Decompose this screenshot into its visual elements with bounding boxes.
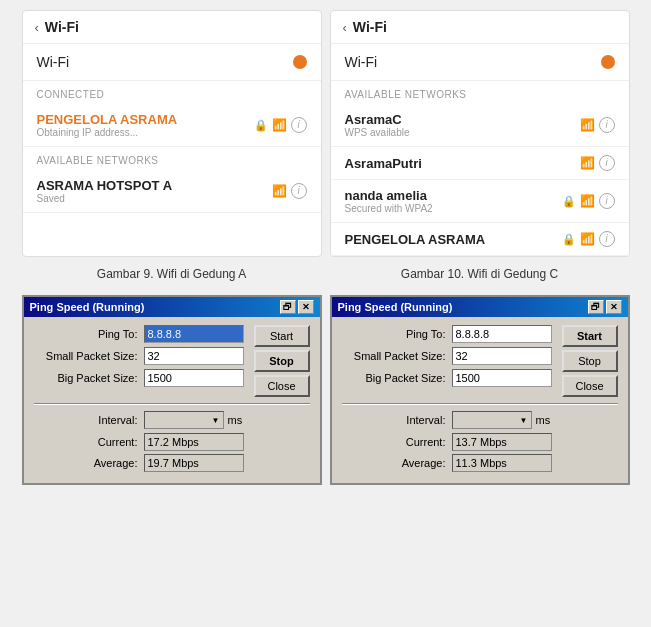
net-icons-asramac: 📶 i: [580, 117, 615, 133]
wifi-toggle-row-2[interactable]: Wi-Fi: [331, 44, 629, 81]
ping-to-row-2: Ping To:: [342, 325, 556, 343]
connected-net-icons: 🔒 📶 i: [254, 117, 307, 133]
ping-window-1: Ping Speed (Running) 🗗 ✕ Ping To: Small …: [22, 295, 322, 485]
stop-button-2[interactable]: Stop: [562, 350, 618, 372]
net-name-1: ASRAMA HOTSPOT A: [37, 178, 173, 193]
interval-select-1[interactable]: ▼: [144, 411, 224, 429]
restore-button-1[interactable]: 🗗: [280, 300, 296, 314]
current-label-1: Current:: [34, 436, 144, 448]
close-action-button-2[interactable]: Close: [562, 375, 618, 397]
panel1-title: Wi-Fi: [45, 19, 79, 35]
ping-titlebar-1: Ping Speed (Running) 🗗 ✕: [24, 297, 320, 317]
big-packet-input-1[interactable]: [144, 369, 244, 387]
wifi-status-dot-2: [601, 55, 615, 69]
restore-button-2[interactable]: 🗗: [588, 300, 604, 314]
net-icons-pengelola: 🔒 📶 i: [562, 231, 615, 247]
interval-row-1: Interval: ▼ ms: [34, 411, 310, 429]
big-packet-row-1: Big Packet Size:: [34, 369, 248, 387]
net-info-asramac: AsramaC WPS available: [345, 112, 410, 138]
big-packet-label-1: Big Packet Size:: [34, 372, 144, 384]
info-icon-1[interactable]: i: [291, 183, 307, 199]
interval-label-1: Interval:: [34, 414, 144, 426]
net-info-nanda: nanda amelia Secured with WPA2: [345, 188, 433, 214]
net-info-pengelola: PENGELOLA ASRAMA: [345, 232, 486, 247]
network-item-asramaputri[interactable]: AsramaPutri 📶 i: [331, 147, 629, 180]
small-packet-label-2: Small Packet Size:: [342, 350, 452, 362]
ping-buttons-2: Start Stop Close: [562, 325, 618, 397]
connected-network-item[interactable]: PENGELOLA ASRAMA Obtaining IP address...…: [23, 104, 321, 147]
wifi-label-1: Wi-Fi: [37, 54, 70, 70]
phone-panel-gedung-a: ‹ Wi-Fi Wi-Fi CONNECTED PENGELOLA ASRAMA…: [22, 10, 322, 257]
net-icons-asramaputri: 📶 i: [580, 155, 615, 171]
panel2-title: Wi-Fi: [353, 19, 387, 35]
ping-to-label-1: Ping To:: [34, 328, 144, 340]
interval-ms-label-1: ms: [228, 414, 243, 426]
average-row-2: Average: 11.3 Mbps: [342, 454, 618, 472]
ping-to-input-2[interactable]: [452, 325, 552, 343]
stop-button-1[interactable]: Stop: [254, 350, 310, 372]
network-item-asramac[interactable]: AsramaC WPS available 📶 i: [331, 104, 629, 147]
dropdown-arrow-icon-1: ▼: [212, 416, 220, 425]
net-sub-1: Saved: [37, 193, 173, 204]
connected-net-name: PENGELOLA ASRAMA: [37, 112, 178, 127]
current-value-2: 13.7 Mbps: [452, 433, 552, 451]
big-packet-label-2: Big Packet Size:: [342, 372, 452, 384]
lock-icon-connected: 🔒: [254, 119, 268, 132]
small-packet-input-1[interactable]: [144, 347, 244, 365]
section-connected-label: CONNECTED: [23, 81, 321, 104]
win-controls-1: 🗗 ✕: [280, 300, 314, 314]
phone-panel-gedung-c: ‹ Wi-Fi Wi-Fi AVAILABLE NETWORKS AsramaC…: [330, 10, 630, 257]
connected-net-info: PENGELOLA ASRAMA Obtaining IP address...: [37, 112, 178, 138]
info-icon-asramaputri[interactable]: i: [599, 155, 615, 171]
wifi-signal-icon-asramac: 📶: [580, 118, 595, 132]
small-packet-label-1: Small Packet Size:: [34, 350, 144, 362]
big-packet-input-2[interactable]: [452, 369, 552, 387]
small-packet-input-2[interactable]: [452, 347, 552, 365]
network-item-pengelola[interactable]: PENGELOLA ASRAMA 🔒 📶 i: [331, 223, 629, 256]
interval-row-2: Interval: ▼ ms: [342, 411, 618, 429]
wifi-status-dot-1: [293, 55, 307, 69]
ping-to-label-2: Ping To:: [342, 328, 452, 340]
net-icons-nanda: 🔒 📶 i: [562, 193, 615, 209]
average-label-2: Average:: [342, 457, 452, 469]
network-item-nanda[interactable]: nanda amelia Secured with WPA2 🔒 📶 i: [331, 180, 629, 223]
info-icon-connected[interactable]: i: [291, 117, 307, 133]
net-name-pengelola: PENGELOLA ASRAMA: [345, 232, 486, 247]
ping-to-input-1[interactable]: [144, 325, 244, 343]
interval-select-2[interactable]: ▼: [452, 411, 532, 429]
panel1-header: ‹ Wi-Fi: [23, 11, 321, 44]
ping-body-1: Ping To: Small Packet Size: Big Packet S…: [24, 317, 320, 483]
section-available-label-2: AVAILABLE NETWORKS: [331, 81, 629, 104]
lock-icon-nanda: 🔒: [562, 195, 576, 208]
back-arrow-icon-2[interactable]: ‹: [343, 20, 347, 35]
close-action-button-1[interactable]: Close: [254, 375, 310, 397]
ping-to-row-1: Ping To:: [34, 325, 248, 343]
close-button-2[interactable]: ✕: [606, 300, 622, 314]
ping-title-text-1: Ping Speed (Running): [30, 301, 145, 313]
net-info-asramaputri: AsramaPutri: [345, 156, 422, 171]
info-icon-asramac[interactable]: i: [599, 117, 615, 133]
close-button-1[interactable]: ✕: [298, 300, 314, 314]
back-arrow-icon[interactable]: ‹: [35, 20, 39, 35]
average-row-1: Average: 19.7 Mbps: [34, 454, 310, 472]
current-label-2: Current:: [342, 436, 452, 448]
dropdown-arrow-icon-2: ▼: [520, 416, 528, 425]
network-item-1[interactable]: ASRAMA HOTSPOT A Saved 📶 i: [23, 170, 321, 213]
wifi-toggle-row-1[interactable]: Wi-Fi: [23, 44, 321, 81]
ping-title-text-2: Ping Speed (Running): [338, 301, 453, 313]
info-icon-nanda[interactable]: i: [599, 193, 615, 209]
caption-gedung-c: Gambar 10. Wifi di Gedung C: [330, 267, 630, 281]
ping-buttons-1: Start Stop Close: [254, 325, 310, 397]
info-icon-pengelola[interactable]: i: [599, 231, 615, 247]
interval-label-2: Interval:: [342, 414, 452, 426]
big-packet-row-2: Big Packet Size:: [342, 369, 556, 387]
interval-ms-label-2: ms: [536, 414, 551, 426]
connected-net-sub: Obtaining IP address...: [37, 127, 178, 138]
net-name-nanda: nanda amelia: [345, 188, 433, 203]
current-row-2: Current: 13.7 Mbps: [342, 433, 618, 451]
small-packet-row-2: Small Packet Size:: [342, 347, 556, 365]
wifi-signal-icon-connected: 📶: [272, 118, 287, 132]
start-button-1[interactable]: Start: [254, 325, 310, 347]
panel2-header: ‹ Wi-Fi: [331, 11, 629, 44]
start-button-2[interactable]: Start: [562, 325, 618, 347]
